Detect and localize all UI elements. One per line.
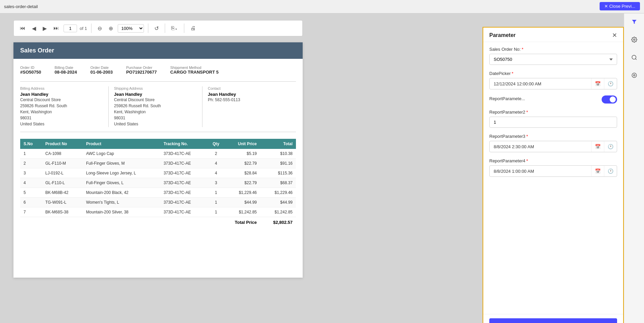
purchase-order-value: PO7192170677 bbox=[126, 70, 157, 75]
table-row: 1 CA-1098 AWC Logo Cap 373D-417C-AE 2 $5… bbox=[20, 149, 296, 159]
clock-icon[interactable]: 🕐 bbox=[604, 78, 617, 89]
cell-product: Full-Finger Gloves, M bbox=[83, 159, 160, 168]
shipping-address-line1: Central Discount Store bbox=[114, 97, 197, 103]
cell-qty: 1 bbox=[207, 198, 225, 207]
shipment-method-label: Shippment Method bbox=[170, 66, 219, 70]
parameter-panel-title: Parameter bbox=[489, 32, 516, 38]
refresh-button[interactable]: ↺ bbox=[152, 24, 161, 33]
parameter-panel-body: Sales Order No: * SO50750 DatePicker * 1… bbox=[483, 42, 623, 314]
cell-qty: 3 bbox=[207, 178, 225, 188]
settings-sidebar-button[interactable] bbox=[629, 35, 639, 46]
close-preview-button[interactable]: ✕ Close Previ... bbox=[600, 2, 640, 10]
report-parameter4-value: 8/8/2024 1:00:00 AM bbox=[490, 166, 591, 176]
report-parameter4-field: ReportParameter4 * 8/8/2024 1:00:00 AM 📅… bbox=[489, 158, 617, 177]
table-row: 5 BK-M68B-42 Mountain-200 Black, 42 373D… bbox=[20, 188, 296, 198]
order-id-meta: Order ID #SO50750 bbox=[20, 66, 41, 75]
cell-sno: 5 bbox=[20, 188, 42, 198]
view-report-button[interactable]: View Report bbox=[489, 318, 617, 323]
parameter-panel-close-button[interactable]: ✕ bbox=[612, 32, 617, 38]
total-value: $2,802.57 bbox=[260, 217, 296, 228]
billing-date-value: 08-08-2024 bbox=[54, 70, 77, 75]
sales-order-no-select[interactable]: SO50750 bbox=[489, 54, 617, 65]
cell-sno: 4 bbox=[20, 178, 42, 188]
report-parameter2-input[interactable] bbox=[489, 117, 617, 128]
billing-date-meta: Billing Date 08-08-2024 bbox=[54, 66, 77, 75]
clock-icon3[interactable]: 🕐 bbox=[604, 166, 617, 176]
report-parameter-toggle[interactable] bbox=[602, 95, 617, 104]
datepicker-field: DatePicker * 12/12/2024 12:00:00 AM 📅 🕐 bbox=[489, 71, 617, 89]
cell-unit-price: $1,242.85 bbox=[225, 207, 260, 217]
last-page-button[interactable]: ⏭ bbox=[51, 24, 61, 33]
separator bbox=[91, 24, 91, 33]
clock-icon2[interactable]: 🕐 bbox=[604, 141, 617, 152]
report-parameter4-input-row: 8/8/2024 1:00:00 AM 📅 🕐 bbox=[489, 165, 617, 177]
cell-qty: 4 bbox=[207, 159, 225, 168]
cell-total: $1,229.46 bbox=[260, 188, 296, 198]
filter-sidebar-button[interactable] bbox=[629, 17, 639, 29]
zoom-out-button[interactable]: ⊖ bbox=[96, 24, 104, 33]
cell-product: Full-Finger Gloves, L bbox=[83, 178, 160, 188]
cell-unit-price: $22.79 bbox=[225, 178, 260, 188]
page-of-label: of 1 bbox=[80, 26, 87, 31]
required-star5: * bbox=[526, 158, 528, 163]
cell-qty: 1 bbox=[207, 188, 225, 198]
shipping-address-name: Jean Handley bbox=[114, 92, 197, 97]
required-star3: * bbox=[526, 110, 528, 115]
shipping-address-line2: 259826 Russell Rd. South bbox=[114, 103, 197, 109]
cell-tracking: 373D-417C-AE bbox=[160, 207, 207, 217]
report-content: Sales Order Order ID #SO50750 Billing Da… bbox=[13, 42, 303, 278]
billing-address-label: Billing Address bbox=[20, 86, 103, 90]
datepicker-label: DatePicker * bbox=[489, 71, 617, 76]
export-button[interactable]: ⎘▾ bbox=[169, 24, 180, 33]
items-table: S.No Product No Product Tracking No. Qty… bbox=[20, 139, 296, 228]
sales-order-no-field: Sales Order No: * SO50750 bbox=[489, 47, 617, 65]
diagnostics-sidebar-button[interactable] bbox=[629, 70, 639, 82]
shipping-address-label: Shipping Address bbox=[114, 86, 197, 90]
calendar-icon2[interactable]: 📅 bbox=[591, 141, 604, 152]
first-page-button[interactable]: ⏮ bbox=[18, 24, 27, 33]
col-qty: Qty bbox=[207, 139, 225, 149]
cell-total: $91.16 bbox=[260, 159, 296, 168]
zoom-select[interactable]: 100% ▾ 50% 75% 100% 125% 150% bbox=[118, 24, 144, 33]
prev-page-button[interactable]: ◀ bbox=[30, 24, 38, 33]
right-sidebar bbox=[624, 13, 644, 323]
contact-block: Contact Jean Handley Ph: 582-555-0113 bbox=[202, 86, 296, 127]
order-date-label: Order Date bbox=[90, 66, 113, 70]
billing-address-line5: United States bbox=[20, 121, 103, 127]
cell-tracking: 373D-417C-AE bbox=[160, 149, 207, 159]
shipment-method-meta: Shippment Method CARGO TRANSPORT 5 bbox=[170, 66, 219, 75]
contact-label: Contact bbox=[208, 86, 291, 90]
contact-phone: Ph: 582-555-0113 bbox=[208, 97, 291, 103]
sales-order-no-label: Sales Order No: * bbox=[489, 47, 617, 52]
billing-address-block: Billing Address Jean Handley Central Dis… bbox=[20, 86, 109, 127]
calendar-icon[interactable]: 📅 bbox=[591, 78, 604, 89]
print-button[interactable]: 🖨 bbox=[188, 24, 198, 33]
report-parameter3-value: 8/8/2024 2:30:00 AM bbox=[490, 142, 591, 152]
page-number-input[interactable]: 1 bbox=[64, 25, 77, 32]
search-sidebar-button[interactable] bbox=[629, 52, 639, 64]
next-page-button[interactable]: ▶ bbox=[41, 24, 49, 33]
cell-product: Mountain-200 Silver, 38 bbox=[83, 207, 160, 217]
cell-tracking: 373D-417C-AE bbox=[160, 198, 207, 207]
cell-product-no: BK-M68B-42 bbox=[42, 188, 83, 198]
cell-tracking: 373D-417C-AE bbox=[160, 178, 207, 188]
report-parameter4-label: ReportParameter4 * bbox=[489, 158, 617, 163]
shipping-address-block: Shipping Address Jean Handley Central Di… bbox=[109, 86, 202, 127]
report-parameter3-input-row: 8/8/2024 2:30:00 AM 📅 🕐 bbox=[489, 141, 617, 152]
separator2 bbox=[148, 24, 148, 33]
col-tracking: Tracking No. bbox=[160, 139, 207, 149]
calendar-icon3[interactable]: 📅 bbox=[591, 166, 604, 176]
report-parameter-field: ReportParamete... bbox=[489, 95, 617, 104]
datepicker-input-row: 12/12/2024 12:00:00 AM 📅 🕐 bbox=[489, 78, 617, 89]
shipment-method-value: CARGO TRANSPORT 5 bbox=[170, 70, 219, 75]
cell-product-no: CA-1098 bbox=[42, 149, 83, 159]
order-date-meta: Order Date 01-06-2003 bbox=[90, 66, 113, 75]
report-parameter-toggle-row: ReportParamete... bbox=[489, 95, 617, 104]
svg-point-3 bbox=[632, 73, 637, 78]
cell-product: Mountain-200 Black, 42 bbox=[83, 188, 160, 198]
order-date-value: 01-06-2003 bbox=[90, 70, 113, 75]
cell-qty: 2 bbox=[207, 149, 225, 159]
filter-icon bbox=[631, 19, 637, 25]
cell-product-no: TG-W091-L bbox=[42, 198, 83, 207]
zoom-in-button[interactable]: ⊕ bbox=[107, 24, 115, 33]
